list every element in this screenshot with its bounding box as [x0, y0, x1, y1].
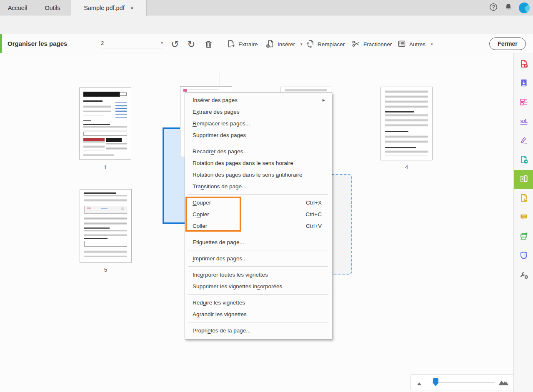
thumbnails-smaller-icon[interactable]: [416, 380, 423, 387]
thumbnail-zoom-panel: [410, 375, 526, 390]
menu-item-extraire-des-pages[interactable]: Extraire des pages: [185, 106, 332, 117]
menu-item-inserer-des-pages[interactable]: Insérer des pages▶: [185, 94, 332, 106]
thumb1-box: [83, 132, 128, 136]
create-pdf-icon: [519, 59, 529, 70]
menu-separator: [188, 294, 328, 295]
page-label-1: 1: [79, 164, 131, 170]
tab-outils-label: Outils: [45, 5, 60, 11]
sidebar-fill-sign-button[interactable]: [514, 112, 533, 131]
sidebar-print-production-button[interactable]: [514, 227, 533, 246]
tool-accent-bar: [0, 34, 2, 53]
menu-item-reduire-les-vignettes[interactable]: Réduire les vignettes: [185, 297, 332, 308]
menu-item-couper[interactable]: CouperCtrl+X: [185, 197, 332, 208]
menu-item-proprietes-de-la-page[interactable]: Propriétés de la page...: [185, 325, 332, 336]
thumbnails-larger-icon[interactable]: [498, 379, 510, 387]
rotate-ccw-button[interactable]: ↺: [169, 38, 181, 50]
rotate-cw-button[interactable]: ↻: [185, 38, 197, 50]
rotate-ccw-icon: ↺: [171, 40, 179, 49]
menu-item-agrandir-les-vignettes[interactable]: Agrandir les vignettes: [185, 308, 332, 320]
more-caret-icon: ▾: [431, 42, 433, 46]
sidebar-sign-pen-button[interactable]: [514, 132, 533, 150]
tab-document[interactable]: Sample pdf.pdf ×: [71, 0, 147, 16]
toolbar2-divider: [220, 72, 220, 85]
menu-item-rotation-des-pages-dans-le-sens-horaire[interactable]: Rotation des pages dans le sens horaire: [185, 157, 332, 169]
edit-pdf-icon: [519, 97, 529, 109]
notifications-bell-icon[interactable]: [504, 2, 513, 13]
menu-item-incorporer-toutes-les-vignettes[interactable]: Incorporer toutes les vignettes: [185, 269, 332, 280]
tab-accueil[interactable]: Accueil: [0, 0, 35, 15]
send-pdf-icon: [519, 155, 529, 166]
thumbnail-size-handle[interactable]: [433, 378, 438, 386]
fermer-button[interactable]: Fermer: [489, 37, 526, 50]
sidebar-send-pdf-button[interactable]: [514, 151, 533, 170]
menu-item-transitions-de-page[interactable]: Transitions de page...: [185, 180, 332, 192]
menu-item-remplacer-les-pages[interactable]: Remplacer les pages...: [185, 117, 332, 129]
review-doc-icon: [519, 193, 529, 205]
page-thumbnail-1[interactable]: [79, 87, 131, 160]
sidebar-comment-bubble-button[interactable]: [514, 208, 533, 227]
delete-pages-button[interactable]: [203, 38, 214, 50]
insert-label: Insérer: [278, 41, 295, 47]
menu-item-supprimer-les-vignettes-incorporees[interactable]: Supprimer les vignettes incorporées: [185, 280, 332, 292]
extract-button[interactable]: Extraire: [226, 38, 258, 50]
page-range-field[interactable]: 2 ▾: [99, 39, 165, 48]
insert-button[interactable]: Insérer▾: [265, 38, 303, 50]
menu-separator: [188, 143, 328, 143]
sidebar-create-pdf-button[interactable]: [514, 55, 533, 74]
menu-shortcut: Ctrl+X: [306, 200, 322, 206]
tab-bar: Accueil Outils Sample pdf.pdf ×: [0, 0, 533, 15]
insert-caret-icon: ▾: [300, 42, 303, 46]
extract-icon: [226, 39, 235, 50]
sidebar-organize-pages-button[interactable]: [514, 170, 533, 189]
insert-icon: [265, 39, 275, 50]
menu-shortcut: Ctrl+V: [306, 223, 322, 229]
print-production-icon: [519, 231, 529, 243]
menu-item-rotation-des-pages-dans-le-sens-antihoraire[interactable]: Rotation des pages dans le sens antihora…: [185, 169, 332, 180]
page-range-value: 2: [101, 40, 104, 46]
context-menu: Insérer des pages▶Extraire des pagesRemp…: [185, 92, 332, 340]
comment-bubble-icon: [519, 212, 529, 224]
split-label: Fractionner: [363, 41, 392, 47]
menu-separator: [188, 234, 328, 234]
thumb1-table-red: [83, 138, 105, 141]
avatar[interactable]: [519, 2, 530, 13]
thumb1-header: [83, 92, 120, 96]
page-thumbnail-5[interactable]: [80, 189, 132, 263]
menu-item-imprimer-des-pages[interactable]: Imprimer des pages...: [185, 252, 332, 264]
page-label-4: 4: [380, 164, 433, 170]
menu-separator: [188, 322, 328, 322]
more-label: Autres: [409, 41, 425, 47]
extract-label: Extraire: [238, 41, 258, 47]
protect-icon: [519, 250, 529, 262]
more-button[interactable]: Autres▾: [397, 38, 433, 50]
page-label-5: 5: [80, 267, 132, 273]
menu-item-copier[interactable]: CopierCtrl+C: [185, 208, 332, 220]
split-icon: [351, 39, 360, 50]
page-thumbnail-4[interactable]: [380, 87, 433, 160]
topbar-right: [489, 0, 530, 15]
rotate-cw-icon: ↻: [187, 40, 195, 49]
menu-item-supprimer-des-pages[interactable]: Supprimer des pages: [185, 129, 332, 141]
menu-item-coller[interactable]: CollerCtrl+V: [185, 220, 332, 232]
export-pdf-icon: [519, 78, 529, 90]
sidebar-export-pdf-button[interactable]: [514, 74, 533, 93]
menu-item-etiquettes-de-page[interactable]: Etiquettes de page...: [185, 236, 332, 248]
organize-pages-icon: [519, 174, 529, 185]
split-button[interactable]: Fractionner: [351, 38, 392, 50]
sidebar-protect-button[interactable]: [514, 247, 533, 265]
tab-close-icon[interactable]: ×: [130, 5, 134, 11]
tab-outils[interactable]: Outils: [35, 0, 70, 15]
tool-title: Organiser les pages: [8, 40, 67, 47]
sidebar-edit-pdf-button[interactable]: [514, 93, 533, 112]
replace-label: Remplacer: [318, 41, 345, 47]
menu-separator: [188, 194, 328, 195]
main-toolbar: 1 / 7 50,9%▾ ▾: [0, 15, 533, 34]
sidebar-review-doc-button[interactable]: [514, 189, 533, 208]
thumbnail-size-track[interactable]: [432, 382, 495, 383]
sidebar-more-tools-button[interactable]: [514, 266, 533, 285]
menu-separator: [188, 250, 328, 250]
replace-button[interactable]: Remplacer: [305, 38, 345, 50]
thumb1-searchbox: [120, 92, 127, 96]
menu-item-recadrer-des-pages[interactable]: Recadrer des pages...: [185, 145, 332, 157]
help-icon[interactable]: [489, 2, 498, 13]
